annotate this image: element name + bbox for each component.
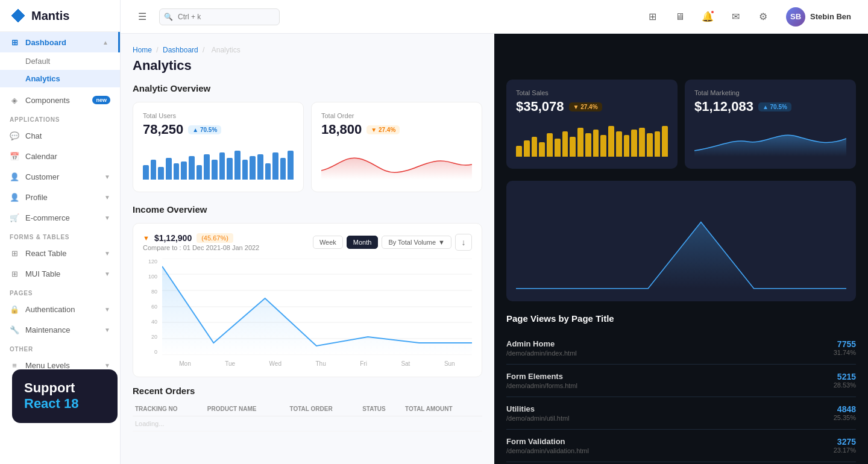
breadcrumb-home[interactable]: Home — [133, 46, 152, 54]
pv-url: /demo/admin/forms.html — [506, 382, 834, 389]
section-label-forms: Forms & Tables — [0, 228, 120, 243]
sidebar-logo: Mantis — [0, 0, 120, 32]
search-input[interactable] — [159, 8, 280, 25]
notification-badge — [710, 10, 715, 14]
income-controls: Week Month By Total Volume ▼ ↓ — [313, 234, 472, 251]
react-table-icon: ⊞ — [10, 248, 19, 258]
sidebar-item-label: Chat — [25, 131, 42, 140]
stat-badge-down: ▼ 27.4% — [366, 125, 400, 134]
sidebar-item-label: React Table — [25, 249, 66, 258]
new-badge: new — [92, 96, 110, 104]
y-axis-labels: 120100806040200 — [143, 259, 160, 355]
breadcrumb: Home / Dashboard / Analytics — [133, 46, 482, 54]
chevron-down-icon: ▼ — [104, 306, 110, 313]
section-income-overview: Income Overview — [133, 204, 482, 215]
mail-button[interactable]: ✉ — [726, 7, 745, 27]
sidebar-item-calendar[interactable]: 📅 Calendar — [0, 146, 120, 166]
section-label-pages: Pages — [0, 284, 120, 299]
sidebar-item-maintenance[interactable]: 🔧 Maintenance ▼ — [0, 319, 120, 340]
dropdown-arrow: ▼ — [438, 239, 445, 246]
components-icon: ◈ — [10, 95, 19, 105]
pv-pct: 25.35% — [834, 414, 856, 421]
sidebar-item-label: Profile — [25, 193, 48, 202]
page-views-list: Admin Home /demo/admin/index.html 7755 3… — [506, 332, 856, 464]
line-chart-svg — [162, 259, 472, 355]
sidebar-item-authentication[interactable]: 🔒 Authentication ▼ — [0, 299, 120, 319]
stat-label: Total Sales — [516, 89, 668, 96]
pv-pct: 31.74% — [834, 349, 856, 356]
pv-pct: 28.53% — [834, 381, 856, 389]
mail-icon: ✉ — [732, 11, 740, 22]
sidebar-item-components[interactable]: ◈ Components new — [0, 90, 120, 110]
notification-button[interactable]: 🔔 — [698, 7, 717, 27]
hamburger-button[interactable]: ☰ — [133, 7, 152, 27]
right-column: Total Sales $35,078 ▼ 27.4% — [494, 34, 868, 464]
stats-grid-dark: Total Sales $35,078 ▼ 27.4% — [506, 80, 856, 169]
topbar: ☰ 🔍 ⊞ 🖥 🔔 ✉ ⚙ SB Stebin Ben — [121, 0, 868, 34]
menu-levels-icon: ≡ — [10, 360, 19, 370]
sidebar-item-label: Menu Levels — [25, 361, 70, 370]
chevron-down-icon: ▼ — [104, 194, 110, 201]
profile-icon: 👤 — [10, 192, 19, 202]
dark-area-chart — [516, 190, 846, 292]
stats-grid-light: Total Users 78,250 ▲ 70.5% Total Order — [133, 102, 482, 192]
section-recent-orders: Recent Orders — [133, 386, 482, 396]
stat-card-total-users: Total Users 78,250 ▲ 70.5% — [133, 102, 304, 192]
pv-title: Form Validation — [506, 437, 834, 446]
sidebar-item-chat[interactable]: 💬 Chat — [0, 125, 120, 146]
stat-label: Total Marketing — [694, 89, 846, 96]
sidebar-item-label: MUI Table — [25, 269, 60, 278]
user-menu[interactable]: SB Stebin Ben — [781, 5, 856, 29]
monitor-icon: 🖥 — [675, 11, 685, 22]
support-line1: Support — [24, 380, 105, 396]
settings-button[interactable]: ⚙ — [753, 7, 773, 27]
page-view-item-form-validation: Form Validation /demo/admin/validation.h… — [506, 430, 856, 462]
chart-area — [162, 259, 472, 355]
income-compare-text: Compare to : 01 Dec 2021-08 Jan 2022 — [143, 244, 259, 251]
mui-table-icon: ⊞ — [10, 269, 19, 278]
monitor-button[interactable]: 🖥 — [670, 7, 690, 27]
chevron-down-icon: ▼ — [104, 250, 110, 257]
sidebar-item-ecommerce[interactable]: 🛒 E-commerce ▼ — [0, 207, 120, 228]
stat-value: 78,250 — [143, 122, 183, 137]
sidebar-item-react-table[interactable]: ⊞ React Table ▼ — [0, 243, 120, 263]
pv-title: Admin Home — [506, 339, 834, 348]
income-badge: (45.67%) — [197, 233, 233, 243]
col-status: STATUS — [360, 402, 403, 416]
breadcrumb-dashboard[interactable]: Dashboard — [163, 46, 198, 54]
week-button[interactable]: Week — [313, 236, 343, 249]
maintenance-icon: 🔧 — [10, 325, 19, 334]
avatar: SB — [786, 7, 805, 27]
pv-pct: 23.17% — [834, 447, 856, 454]
volume-dropdown[interactable]: By Total Volume ▼ — [382, 236, 451, 249]
sidebar-item-dashboard[interactable]: ⊞ Dashboard ▲ — [0, 32, 120, 52]
page-view-item-form-elements: Form Elements /demo/admin/forms.html 521… — [506, 365, 856, 397]
pv-count: 4848 — [834, 404, 856, 414]
support-line2: React 18 — [24, 396, 105, 412]
customer-icon: 👤 — [10, 172, 19, 181]
income-arrow: ▼ — [143, 234, 149, 242]
sidebar-item-mui-table[interactable]: ⊞ MUI Table ▼ — [0, 263, 120, 284]
stat-value: $1,12,083 — [694, 99, 753, 114]
sidebar-item-profile[interactable]: 👤 Profile ▼ — [0, 187, 120, 207]
topbar-right: ⊞ 🖥 🔔 ✉ ⚙ SB Stebin Ben — [643, 5, 856, 29]
stat-label: Total Order — [321, 112, 472, 119]
sidebar-item-analytics[interactable]: Analytics — [0, 70, 120, 87]
search-bar[interactable]: 🔍 — [159, 8, 280, 25]
page-title: Analytics — [133, 58, 482, 74]
stat-badge: ▲ 70.5% — [758, 102, 791, 111]
settings-icon: ⚙ — [759, 11, 767, 22]
col-total-amount: TOTAL AMOUNT — [403, 402, 482, 416]
stat-value: $35,078 — [516, 99, 564, 114]
ecommerce-icon: 🛒 — [10, 213, 19, 222]
sidebar-item-label: Calendar — [25, 152, 57, 161]
sidebar-item-default[interactable]: Default — [0, 52, 120, 70]
download-button[interactable]: ↓ — [455, 234, 472, 251]
sidebar-item-customer[interactable]: 👤 Customer ▼ — [0, 166, 120, 187]
grid-button[interactable]: ⊞ — [643, 7, 662, 27]
month-button[interactable]: Month — [347, 236, 379, 249]
pv-url: /demo/admin/validation.html — [506, 447, 834, 454]
pv-title: Form Elements — [506, 372, 834, 381]
chevron-down-icon: ▼ — [104, 271, 110, 277]
sidebar-item-label: Customer — [25, 172, 59, 181]
